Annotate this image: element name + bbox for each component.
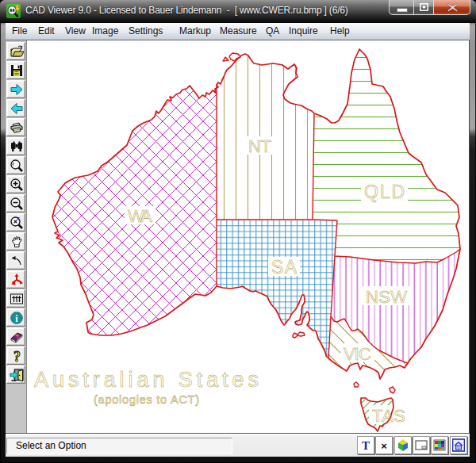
- svg-text:TAS: TAS: [372, 406, 405, 426]
- svg-text:WA: WA: [128, 206, 152, 226]
- svg-text:Australian States: Australian States: [34, 368, 259, 392]
- svg-text:NT: NT: [248, 136, 271, 156]
- svg-text:SA: SA: [271, 257, 298, 277]
- svg-text:×: ×: [381, 440, 387, 452]
- svg-text:QLD: QLD: [364, 182, 405, 202]
- svg-text:NSW: NSW: [366, 287, 407, 307]
- svg-text:T: T: [362, 439, 370, 452]
- svg-text:(apologies to ACT): (apologies to ACT): [94, 393, 199, 406]
- svg-text:VIC: VIC: [344, 344, 371, 364]
- svg-text:?: ?: [13, 349, 21, 363]
